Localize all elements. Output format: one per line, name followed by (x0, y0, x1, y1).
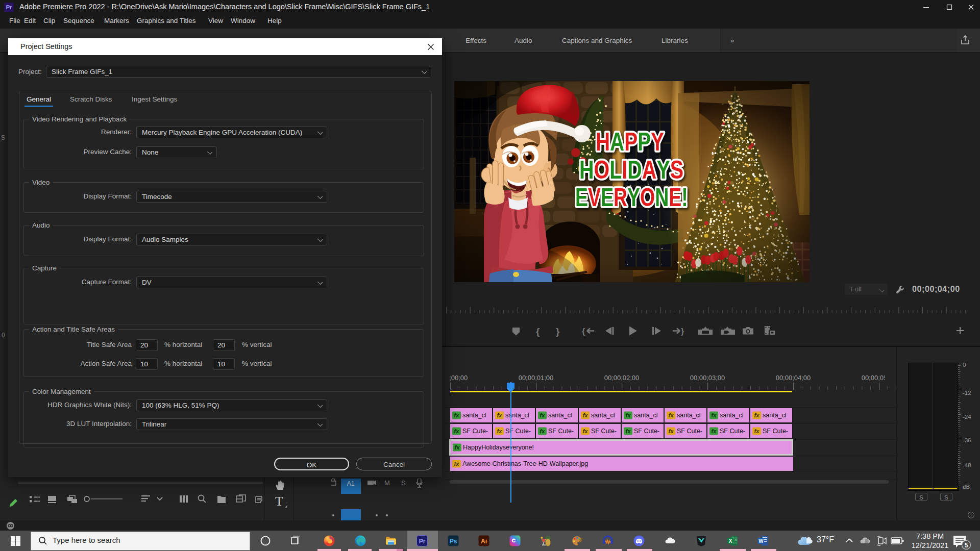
svg-text:P: P (624, 127, 638, 156)
svg-text:Y: Y (651, 127, 664, 156)
svg-text:O: O (594, 156, 610, 185)
svg-text:I: I (622, 156, 627, 185)
svg-text:S: S (670, 156, 683, 185)
svg-text:5: 5 (965, 542, 968, 549)
svg-text:Y: Y (627, 183, 640, 211)
svg-text:S: S (401, 479, 406, 487)
svg-text:H: H (579, 156, 594, 185)
svg-text:E: E (575, 183, 588, 211)
svg-text:{: { (582, 327, 585, 336)
svg-text:{: { (536, 326, 540, 337)
svg-text:A: A (610, 127, 624, 156)
svg-text:Ai: Ai (481, 538, 487, 545)
svg-text:A: A (642, 156, 657, 185)
svg-text:!: ! (681, 183, 688, 211)
svg-text:V: V (588, 183, 601, 211)
svg-text:E: E (601, 183, 614, 211)
svg-text:D: D (627, 156, 642, 185)
svg-text:Pr: Pr (419, 538, 426, 545)
svg-text:E: E (669, 183, 681, 211)
svg-text:P: P (638, 127, 651, 156)
svg-text:R: R (614, 183, 627, 211)
svg-text:}: } (556, 326, 560, 337)
svg-text:Ps: Ps (450, 538, 457, 545)
svg-text:M: M (384, 479, 390, 487)
svg-text:L: L (609, 156, 622, 185)
svg-text:}: } (681, 327, 684, 336)
svg-text:W: W (758, 538, 764, 544)
svg-text:Y: Y (656, 156, 670, 185)
svg-text:X: X (729, 538, 732, 544)
svg-text:H: H (596, 127, 610, 156)
svg-text:O: O (640, 183, 655, 211)
svg-text:N: N (655, 183, 669, 211)
svg-text:A1: A1 (347, 480, 355, 487)
